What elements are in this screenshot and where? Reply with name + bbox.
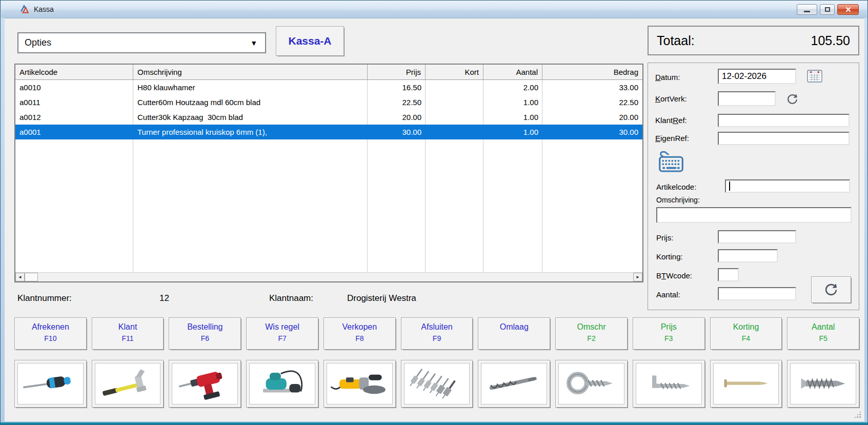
eigenref-field[interactable]	[718, 132, 850, 145]
btwcode-label: BTWcode:	[656, 271, 692, 280]
fkey-shortcut: F3	[664, 334, 673, 342]
fkey-button-wis-regel[interactable]: Wis regelF7	[246, 317, 318, 350]
keyboard-icon[interactable]	[658, 150, 684, 173]
options-dropdown[interactable]: Opties ▼	[17, 32, 266, 53]
close-button[interactable]	[837, 4, 859, 15]
total-value: 105.50	[811, 33, 850, 48]
resize-grip-icon[interactable]	[854, 411, 861, 418]
app-window: Kassa Opties ▼ Kassa-A Totaal: 105.50 Ar…	[0, 0, 868, 425]
client-area: Opties ▼ Kassa-A Totaal: 105.50 Artikelc…	[5, 18, 864, 421]
cell-aantal: 1.00	[483, 95, 542, 110]
product-button-sander[interactable]	[246, 360, 318, 408]
product-button-spade-bits[interactable]	[401, 360, 473, 408]
klantref-label: KlantRef:	[655, 116, 687, 125]
column-header-bedrag[interactable]: Bedrag	[542, 65, 642, 79]
fkey-button-omlaag[interactable]: Omlaag	[478, 317, 550, 350]
kortverk-field[interactable]	[718, 91, 776, 106]
fkey-label: Afrekenen	[32, 322, 69, 332]
product-button-hook-screw[interactable]	[633, 360, 705, 408]
maximize-button[interactable]	[820, 4, 835, 15]
fkey-button-verkopen[interactable]: VerkopenF8	[324, 317, 396, 350]
aantal-field[interactable]	[718, 287, 796, 300]
product-button-auger[interactable]	[478, 360, 550, 408]
customer-number-value: 12	[159, 293, 169, 303]
korting-field[interactable]	[718, 249, 778, 262]
fkey-shortcut: F11	[122, 334, 134, 342]
table-row[interactable]: a0011Cutter60m Houtzaag mdl 60cm blad22.…	[15, 95, 642, 110]
fkey-label: Verkopen	[342, 322, 377, 332]
product-image-auger	[481, 363, 547, 404]
cell-bedrag: 20.00	[542, 110, 642, 125]
scroll-right-icon[interactable]: ►	[633, 273, 642, 281]
product-button-nail[interactable]	[710, 360, 782, 408]
kassa-a-button[interactable]: Kassa-A	[276, 26, 344, 56]
table-row[interactable]: a0001Turner professional kruiskop 6mm (1…	[15, 125, 642, 139]
column-header-kort[interactable]: Kort	[426, 65, 483, 79]
fkey-label: Afsluiten	[421, 322, 452, 332]
cell-kort	[426, 110, 483, 125]
table-row[interactable]: a0010H80 klauwhamer16.502.0033.00	[15, 80, 642, 95]
product-image-screwdriver	[17, 363, 84, 404]
calendar-icon[interactable]	[807, 69, 823, 83]
fkey-button-afsluiten[interactable]: AfsluitenF9	[401, 317, 473, 350]
options-dropdown-value: Opties	[18, 37, 51, 48]
fkey-shortcut: F8	[355, 334, 364, 342]
fkey-button-omschr[interactable]: OmschrF2	[555, 317, 628, 350]
prijs-field[interactable]	[718, 230, 796, 244]
maximize-icon	[825, 7, 830, 12]
fkey-label: Bestelling	[187, 322, 223, 332]
fkey-shortcut: F9	[433, 334, 441, 342]
prijs-label: Prijs:	[656, 233, 673, 242]
table-body: a0010H80 klauwhamer16.502.0033.00a0011Cu…	[15, 80, 642, 272]
cell-omschrijving: H80 klauwhamer	[133, 80, 368, 95]
fkey-shortcut: F4	[742, 334, 750, 342]
product-image-nail	[713, 363, 779, 404]
product-button-wood-screw[interactable]	[787, 360, 859, 408]
column-header-prijs[interactable]: Prijs	[368, 65, 426, 79]
datum-field[interactable]	[718, 69, 796, 84]
fkey-button-afrekenen[interactable]: AfrekenenF10	[14, 317, 87, 350]
refresh-icon[interactable]	[785, 92, 799, 106]
cell-artikelcode: a0011	[15, 95, 133, 110]
chevron-down-icon: ▼	[250, 39, 265, 47]
product-image-wood-screw	[790, 363, 856, 404]
product-button-screwdriver[interactable]	[14, 360, 87, 408]
product-button-drill[interactable]	[169, 360, 241, 408]
product-button-grinder[interactable]	[324, 360, 396, 408]
cell-artikelcode: a0001	[15, 125, 133, 139]
fkey-button-klant[interactable]: KlantF11	[92, 317, 164, 350]
fkey-shortcut: F2	[587, 334, 595, 342]
product-image-spade-bits	[404, 363, 470, 404]
omschrijving-field[interactable]	[656, 207, 852, 223]
function-key-row: AfrekenenF10KlantF11BestellingF6Wis rege…	[14, 317, 859, 350]
window-title: Kassa	[34, 5, 54, 13]
table-horizontal-scrollbar[interactable]: ◄ ►	[15, 272, 642, 281]
minimize-button[interactable]	[797, 4, 817, 15]
fkey-button-bestelling[interactable]: BestellingF6	[169, 317, 241, 350]
column-header-aantal[interactable]: Aantal	[483, 65, 542, 79]
table-row[interactable]: a0012Cutter30k Kapzaag 30cm blad20.001.0…	[15, 110, 642, 125]
column-header-artikelcode[interactable]: Artikelcode	[15, 65, 133, 79]
btwcode-field[interactable]	[718, 268, 739, 281]
cell-bedrag: 22.50	[542, 95, 642, 110]
refresh-button[interactable]	[811, 276, 851, 303]
fkey-label: Omschr	[577, 322, 606, 332]
scrollbar-thumb[interactable]	[25, 273, 38, 281]
titlebar: Kassa	[1, 1, 867, 18]
cell-omschrijving: Turner professional kruiskop 6mm (1),	[133, 125, 368, 139]
total-box: Totaal: 105.50	[648, 26, 859, 55]
product-image-hook-screw	[636, 363, 702, 404]
column-header-omschrijving[interactable]: Omschrijving	[133, 65, 368, 79]
klantref-field[interactable]	[718, 114, 850, 127]
fkey-label: Prijs	[661, 322, 677, 332]
artikelcode-field[interactable]	[725, 179, 850, 193]
product-button-row	[14, 360, 859, 408]
scroll-left-icon[interactable]: ◄	[15, 273, 25, 281]
fkey-button-korting[interactable]: KortingF4	[710, 317, 782, 350]
sales-table: ArtikelcodeOmschrijvingPrijsKortAantalBe…	[14, 64, 643, 282]
product-button-hammer[interactable]	[92, 360, 164, 408]
fkey-label: Omlaag	[500, 322, 529, 332]
fkey-button-prijs[interactable]: PrijsF3	[633, 317, 705, 350]
product-button-eye-screw[interactable]	[555, 360, 628, 408]
fkey-button-aantal[interactable]: AantalF5	[787, 317, 859, 350]
